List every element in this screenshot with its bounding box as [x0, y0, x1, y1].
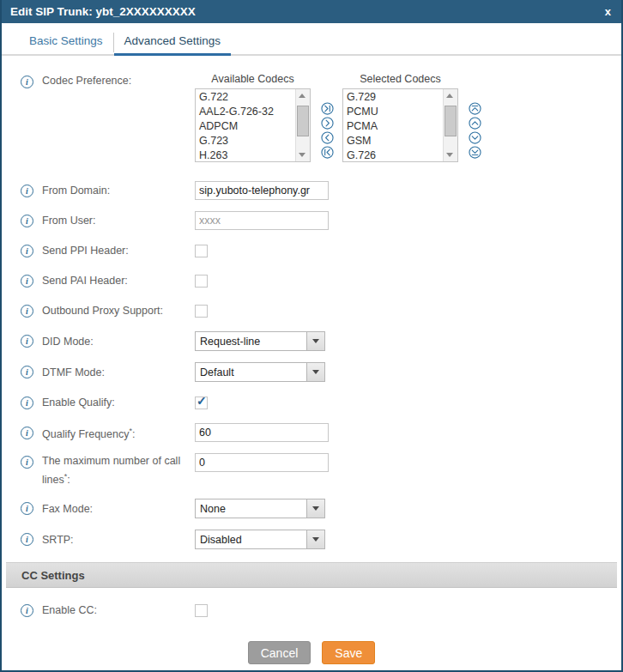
- field-row-send-ppi-header: i Send PPI Header: ✓: [21, 241, 621, 260]
- list-item[interactable]: PCMU: [343, 105, 443, 119]
- info-icon[interactable]: i: [21, 185, 33, 197]
- label-colon: :: [67, 474, 70, 486]
- list-item[interactable]: GSM: [343, 134, 443, 148]
- info-icon[interactable]: i: [21, 604, 33, 617]
- send-pai-header-label: Send PAI Header:: [42, 273, 195, 288]
- scroll-down-icon[interactable]: [299, 153, 305, 157]
- srtp-value: Disabled: [196, 534, 306, 546]
- chevron-down-icon: [306, 332, 324, 350]
- enable-qualify-checkbox[interactable]: ✓: [195, 397, 208, 409]
- cc-settings-section-header: CC Settings: [6, 562, 617, 588]
- chevron-down-icon: [306, 499, 324, 518]
- info-icon[interactable]: i: [21, 275, 33, 288]
- scroll-up-icon[interactable]: [299, 94, 305, 98]
- send-ppi-header-checkbox[interactable]: ✓: [195, 245, 208, 257]
- list-item[interactable]: ADPCM: [196, 119, 295, 134]
- dtmf-mode-value: Default: [196, 366, 306, 378]
- scroll-up-icon[interactable]: [446, 94, 453, 98]
- codec-transfer-widget: Available Codecs G.722 AAL2-G.726-32 ADP…: [195, 73, 490, 162]
- move-all-to-selected-button[interactable]: [321, 102, 334, 115]
- codec-preference-label: Codec Preference:: [42, 73, 195, 88]
- tab-basic-settings[interactable]: Basic Settings: [19, 29, 113, 54]
- save-button[interactable]: Save: [322, 641, 375, 664]
- srtp-select[interactable]: Disabled: [195, 530, 325, 549]
- max-call-lines-input[interactable]: [195, 453, 329, 472]
- list-item[interactable]: G.729: [343, 90, 443, 105]
- enable-cc-checkbox[interactable]: ✓: [195, 604, 208, 617]
- did-mode-select[interactable]: Request-line: [195, 331, 325, 351]
- move-codec-to-bottom-button[interactable]: [469, 146, 481, 159]
- field-row-enable-qualify: i Enable Qualify: ✓: [21, 393, 621, 412]
- fax-mode-select[interactable]: None: [195, 499, 325, 518]
- field-row-did-mode: i DID Mode: Request-line: [21, 331, 621, 351]
- did-mode-value: Request-line: [196, 336, 306, 348]
- dtmf-mode-label: DTMF Mode:: [42, 365, 195, 380]
- selected-codecs-scrollbar[interactable]: [443, 89, 457, 161]
- send-ppi-header-label: Send PPI Header:: [42, 243, 195, 258]
- qualify-frequency-input[interactable]: [195, 423, 329, 442]
- move-codec-down-button[interactable]: [469, 131, 481, 144]
- check-icon: ✓: [197, 394, 207, 408]
- edit-sip-trunk-dialog: Edit SIP Trunk: ybt_2XXXXXXXXX x Basic S…: [0, 0, 623, 672]
- info-icon[interactable]: i: [21, 335, 33, 348]
- scrollbar-thumb[interactable]: [297, 106, 309, 136]
- info-icon[interactable]: i: [21, 305, 33, 318]
- outbound-proxy-support-checkbox[interactable]: ✓: [195, 305, 208, 318]
- move-to-available-button[interactable]: [321, 131, 334, 144]
- move-all-to-available-button[interactable]: [321, 146, 334, 159]
- move-to-selected-button[interactable]: [321, 117, 334, 130]
- available-codecs-header: Available Codecs: [195, 73, 311, 88]
- did-mode-label: DID Mode:: [42, 334, 195, 349]
- field-row-dtmf-mode: i DTMF Mode: Default: [21, 362, 621, 382]
- from-user-input[interactable]: [195, 211, 329, 230]
- available-codecs-scrollbar[interactable]: [295, 89, 310, 161]
- list-item[interactable]: G.726: [343, 148, 443, 161]
- move-codec-to-top-button[interactable]: [469, 102, 481, 115]
- available-codecs-listbox[interactable]: G.722 AAL2-G.726-32 ADPCM G.723 H.263: [195, 88, 311, 162]
- tab-advanced-settings[interactable]: Advanced Settings: [114, 29, 232, 56]
- dialog-titlebar: Edit SIP Trunk: ybt_2XXXXXXXXX x: [2, 0, 621, 23]
- info-icon[interactable]: i: [21, 397, 33, 409]
- info-icon[interactable]: i: [21, 215, 33, 227]
- info-icon[interactable]: i: [21, 502, 33, 515]
- form-content: i Codec Preference: Available Codecs G.7…: [2, 56, 621, 672]
- available-codecs-options: G.722 AAL2-G.726-32 ADPCM G.723 H.263: [196, 89, 295, 161]
- info-icon[interactable]: i: [21, 533, 33, 546]
- info-icon[interactable]: i: [21, 456, 33, 469]
- field-row-fax-mode: i Fax Mode: None: [21, 499, 621, 518]
- scroll-down-icon[interactable]: [446, 153, 453, 157]
- list-item[interactable]: H.263: [196, 148, 295, 161]
- field-row-qualify-frequency: i Qualify Frequency*:: [21, 423, 621, 442]
- codec-move-buttons: [321, 102, 334, 159]
- available-codecs-column: Available Codecs G.722 AAL2-G.726-32 ADP…: [195, 73, 311, 162]
- label-colon: :: [132, 428, 135, 440]
- dialog-footer: Cancel Save: [2, 631, 621, 672]
- close-button[interactable]: x: [605, 5, 611, 18]
- codec-order-buttons: [469, 102, 481, 159]
- info-icon[interactable]: i: [21, 76, 33, 88]
- enable-qualify-label: Enable Qualify:: [42, 395, 195, 410]
- move-codec-up-button[interactable]: [469, 117, 481, 130]
- enable-cc-label: Enable CC:: [42, 602, 195, 618]
- list-item[interactable]: G.723: [196, 134, 295, 148]
- srtp-label: SRTP:: [42, 532, 195, 548]
- selected-codecs-header: Selected Codecs: [342, 73, 458, 88]
- label-text: Qualify Frequency: [42, 428, 129, 440]
- info-icon[interactable]: i: [21, 245, 33, 257]
- list-item[interactable]: AAL2-G.726-32: [196, 105, 295, 119]
- list-item[interactable]: G.722: [196, 90, 295, 105]
- field-row-send-pai-header: i Send PAI Header: ✓: [21, 271, 621, 290]
- qualify-frequency-label: Qualify Frequency*:: [42, 423, 195, 442]
- dtmf-mode-select[interactable]: Default: [195, 362, 325, 382]
- from-domain-input[interactable]: [195, 181, 329, 200]
- cancel-button[interactable]: Cancel: [248, 641, 312, 664]
- info-icon[interactable]: i: [21, 427, 33, 439]
- selected-codecs-listbox[interactable]: G.729 PCMU PCMA GSM G.726: [342, 88, 458, 162]
- send-pai-header-checkbox[interactable]: ✓: [195, 275, 208, 288]
- scrollbar-thumb[interactable]: [445, 106, 457, 136]
- chevron-down-icon: [306, 363, 324, 381]
- list-item[interactable]: PCMA: [343, 119, 443, 134]
- field-row-srtp: i SRTP: Disabled: [21, 530, 621, 549]
- info-icon[interactable]: i: [21, 366, 33, 378]
- field-row-enable-cc: i Enable CC: ✓: [21, 601, 621, 620]
